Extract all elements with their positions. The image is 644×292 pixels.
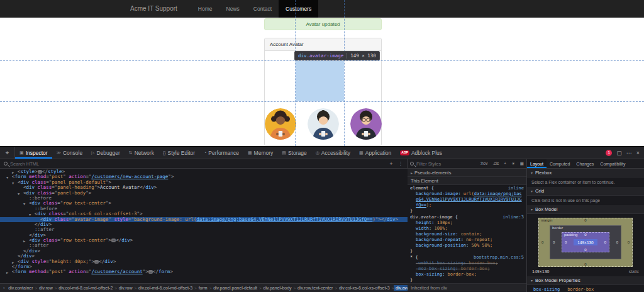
class-toggle[interactable]: .cls [492, 161, 499, 166]
devtools-tab-memory[interactable]: ▦Memory [243, 147, 277, 159]
devtools-tab-network[interactable]: ⇅Network [125, 147, 158, 159]
pseudo-class-toggle[interactable]: :hov [480, 161, 487, 166]
filter-styles-input[interactable]: Filter Styles [416, 161, 441, 167]
markup-line[interactable]: </div> [0, 249, 408, 254]
breadcrumb-scroll-left-icon[interactable]: ‹ [1, 286, 6, 290]
markup-line[interactable]: ▼<div class="panel-body"> [0, 191, 408, 196]
devtools-tab-accessibility[interactable]: ◎Accessibility [311, 147, 355, 159]
markup-line[interactable]: ::after [0, 227, 408, 232]
breadcrumb-item[interactable]: div.row.text-center [296, 285, 335, 291]
storage-icon: ▤ [282, 150, 286, 155]
layout-panel: ▾ Flexbox Select a Flex container or ite… [527, 169, 644, 292]
devtools-tab-style-editor[interactable]: {}Style Editor [158, 147, 199, 159]
devtools-tab-label: Debugger [97, 150, 120, 156]
error-count-badge[interactable]: 1 [606, 150, 612, 156]
stylesheet-link[interactable]: inline:3 [502, 215, 524, 220]
sidebar-tab-changes[interactable]: Changes [573, 159, 597, 168]
box-model-value[interactable]: 0 [541, 240, 543, 244]
box-model-section-header[interactable]: ▾ Box Model [527, 205, 644, 214]
markup-line-selected[interactable]: <div class="avatar-image" style="backgro… [0, 217, 408, 222]
markup-more-icon[interactable]: ⋮ [398, 160, 404, 167]
breadcrumb-item[interactable]: div.container [6, 285, 35, 291]
devtools-tab-console[interactable]: ≫Console [52, 147, 87, 159]
screen: Acme IT Support HomeNewsContactCustomers… [0, 0, 644, 292]
markup-line[interactable]: ▶<form method="post" action="/customers/… [0, 269, 408, 274]
box-model-padding[interactable]: padding 149×130 0000 [562, 232, 609, 252]
breadcrumb-item[interactable]: div.col-xs-6.col-xs-offset-3 [337, 285, 392, 291]
sidebar-tab-computed[interactable]: Computed [547, 159, 573, 168]
breadcrumb-item[interactable]: div.avatar-image [394, 285, 408, 291]
box-model-value[interactable]: 0 [584, 233, 586, 237]
nav-link-home[interactable]: Home [191, 0, 219, 18]
box-model-margin[interactable]: margin border padding 149×130 0000 00 00… [538, 218, 633, 267]
twisty-icon[interactable]: ▶ [6, 270, 8, 275]
devtools-tab-performance[interactable]: ◔Performance [199, 147, 243, 159]
node-picker-button[interactable]: ⌖ [0, 147, 15, 159]
nav-link-contact[interactable]: Contact [247, 0, 279, 18]
breadcrumb-item[interactable]: div.col-md-6.col-md-offset-3 [136, 285, 194, 291]
pseudo-elements-section[interactable]: ▸Pseudo-elements [408, 169, 526, 177]
devtools-tab-inspector[interactable]: ▣Inspector [15, 147, 52, 159]
box-model-border[interactable]: border padding 149×130 0000 00 [550, 225, 621, 259]
box-model-value[interactable]: 0 [584, 262, 586, 266]
close-devtools-icon[interactable]: × [636, 150, 640, 156]
box-model-value[interactable]: 0 [616, 240, 618, 244]
breadcrumb-item[interactable]: div.row [37, 285, 55, 291]
sidebar-tab-layout[interactable]: Layout [527, 159, 547, 168]
css-property[interactable]: background-image: url(data:image/png;bas… [410, 191, 524, 208]
rule-selector[interactable]: div.avatar-image { [410, 215, 458, 220]
box-model-value[interactable]: 0 [553, 240, 555, 244]
rule-selector[interactable]: element { [410, 186, 434, 191]
box-model-value[interactable]: 0 [604, 240, 606, 244]
sidebar-tab-compatibility[interactable]: Compatibility [597, 159, 628, 168]
css-property[interactable]: background-size: contain; [410, 232, 524, 237]
box-model-properties-header[interactable]: ▾ Box Model Properties [527, 276, 644, 285]
box-model-value[interactable]: 0 [584, 218, 586, 222]
meatball-menu-icon[interactable]: ⋯ [626, 150, 632, 156]
this-element-section[interactable]: This Element [408, 177, 526, 185]
search-html-input[interactable]: Search HTML [10, 161, 39, 167]
markup-line[interactable]: ▼<div class="row text-center"> [0, 201, 408, 206]
rule-selector[interactable]: * { [410, 255, 418, 261]
nav-link-news[interactable]: News [219, 0, 247, 18]
css-property[interactable]: background-position: 50% 50%; [410, 243, 524, 249]
breadcrumb-item[interactable]: div.panel.panel-default [211, 285, 259, 291]
breadcrumb-item[interactable]: div.panel-body [262, 285, 294, 291]
box-model-value[interactable]: 0 [584, 248, 586, 252]
breadcrumb-item[interactable]: div.row [117, 285, 135, 291]
markup-line[interactable]: </div> [0, 222, 408, 227]
avatar-image-3[interactable] [350, 108, 382, 140]
css-property[interactable]: -webkit-box-sizing: border-box; [410, 261, 524, 266]
stylesheet-link[interactable]: inline [508, 186, 524, 191]
add-node-button[interactable]: + [390, 160, 393, 167]
print-sim-icon[interactable]: ▦ [520, 161, 524, 166]
box-model-content[interactable]: 149×130 [574, 239, 597, 245]
devtools-tab-storage[interactable]: ▤Storage [277, 147, 311, 159]
css-property[interactable]: width: 100%; [410, 226, 524, 232]
css-property[interactable]: -moz-box-sizing: border-box; [410, 266, 524, 272]
flexbox-section-header[interactable]: ▾ Flexbox [527, 169, 644, 177]
add-rule-button[interactable]: + [504, 161, 506, 166]
box-model-value[interactable]: 0 [628, 240, 630, 244]
grid-section-header[interactable]: ▾ Grid [527, 187, 644, 196]
css-property[interactable]: box-sizing: border-box; [410, 272, 524, 278]
markup-line[interactable]: ▶<div class="row text-center">⋯</div> [0, 238, 408, 243]
devtools-tab-adblock-plus[interactable]: ABPAdblock Plus [396, 147, 447, 159]
markup-line[interactable]: ▶<div style="height: 40px;">⋯</div> [0, 259, 408, 264]
css-property[interactable]: height: 130px; [410, 220, 524, 226]
stylesheet-link[interactable]: bootstrap.min.css:5 [474, 255, 524, 261]
markup-line[interactable]: ::after [0, 243, 408, 248]
devtools-tab-debugger[interactable]: ▷Debugger [87, 147, 125, 159]
devtools-toolbar: ⌖ ▣Inspector≫Console▷Debugger⇅Network{}S… [0, 147, 644, 159]
avatar-image-1[interactable] [265, 108, 296, 140]
box-model-value[interactable]: 0 [565, 240, 567, 244]
css-property[interactable]: background-repeat: no-repeat; [410, 237, 524, 243]
site-nav: HomeNewsContactCustomers [191, 0, 318, 18]
color-scheme-icon[interactable]: ☀ [511, 161, 515, 166]
breadcrumb-item[interactable]: div.col-md-8.col-md-offset-2 [57, 285, 114, 291]
nav-link-customers[interactable]: Customers [279, 0, 318, 18]
devtools-tab-application[interactable]: ▩Application [355, 147, 396, 159]
responsive-mode-icon[interactable]: ▢ [616, 150, 622, 156]
avatar-image-2[interactable] [308, 108, 339, 140]
breadcrumb-item[interactable]: form [197, 285, 209, 291]
